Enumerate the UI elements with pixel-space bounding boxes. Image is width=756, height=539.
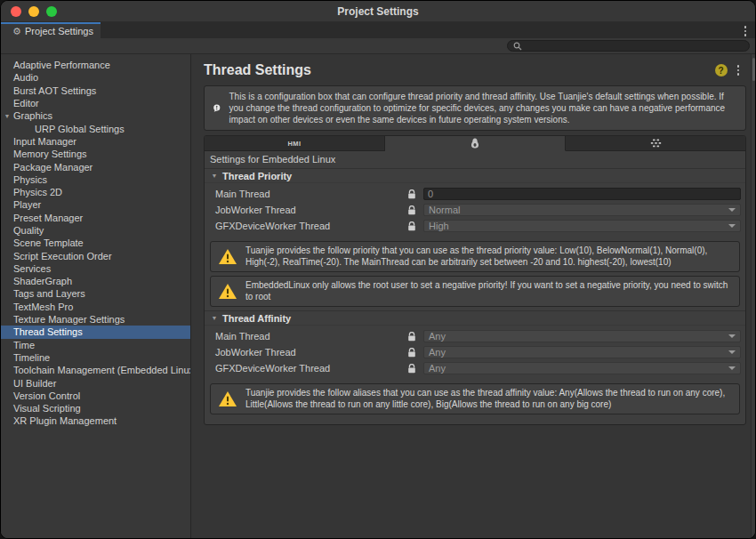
sidebar-item-burst-aot-settings[interactable]: Burst AOT Settings: [1, 84, 190, 97]
row-label: GFXDeviceWorker Thread: [215, 221, 407, 231]
sidebar-item-input-manager[interactable]: Input Manager: [1, 135, 190, 148]
sidebar-item-xr-plugin-management[interactable]: XR Plugin Management: [1, 414, 190, 427]
sidebar-item-textmesh-pro[interactable]: TextMesh Pro: [1, 301, 190, 313]
dropdown[interactable]: Normal: [423, 204, 741, 216]
sidebar-item-quality[interactable]: Quality: [1, 224, 190, 237]
sidebar-item-label: Timeline: [13, 352, 50, 363]
sidebar-item-audio[interactable]: Audio: [1, 71, 190, 84]
sidebar-item-adaptive-performance[interactable]: Adaptive Performance: [1, 59, 190, 71]
sidebar-item-label: Package Manager: [13, 162, 92, 173]
window-title: Project Settings: [1, 5, 755, 18]
page-header: Thread Settings ?: [191, 54, 751, 84]
sidebar-item-label: Player: [13, 199, 41, 210]
control-value: Normal: [429, 205, 728, 215]
lock-icon: [407, 189, 423, 199]
zoom-window-button[interactable]: [46, 6, 57, 17]
sidebar-item-label: TextMesh Pro: [13, 302, 73, 312]
scrollbar-thumb[interactable]: [752, 58, 755, 81]
content-area: Adaptive PerformanceAudioBurst AOT Setti…: [1, 54, 755, 538]
text-field[interactable]: 0: [423, 188, 741, 200]
tabbar-menu-icon[interactable]: [740, 24, 752, 38]
titlebar[interactable]: Project Settings: [1, 1, 755, 22]
sidebar-item-timeline[interactable]: Timeline: [1, 351, 190, 364]
sections-host: ▼Thread PriorityMain Thread0JobWorker Th…: [205, 168, 745, 414]
sidebar-item-label: Thread Settings: [13, 326, 83, 337]
warning-icon: [218, 248, 237, 265]
row-label: GFXDeviceWorker Thread: [215, 363, 407, 374]
control-value: Any: [429, 363, 728, 374]
close-window-button[interactable]: [11, 6, 21, 17]
row-label: JobWorker Thread: [215, 205, 407, 215]
sidebar-item-label: Toolchain Management (Embedded Linux): [13, 365, 190, 375]
help-icon[interactable]: ?: [715, 64, 728, 76]
sidebar-item-services[interactable]: Services: [1, 262, 190, 275]
sidebar-item-label: Tags and Layers: [13, 288, 85, 299]
sidebar-item-editor[interactable]: Editor: [1, 97, 190, 109]
warning-icon: [218, 283, 237, 300]
sidebar-item-physics[interactable]: Physics: [1, 173, 190, 186]
sidebar-item-package-manager[interactable]: Package Manager: [1, 160, 190, 173]
sidebar-item-toolchain-management-embedded-linux[interactable]: Toolchain Management (Embedded Linux): [1, 364, 190, 376]
sidebar-item-label: Script Execution Order: [13, 251, 112, 261]
tab-qnx[interactable]: [566, 136, 745, 151]
lock-icon: [407, 364, 423, 374]
tab-hmi[interactable]: HMI: [205, 136, 385, 151]
dropdown[interactable]: Any: [423, 346, 741, 358]
sidebar-item-scene-template[interactable]: Scene Template: [1, 237, 190, 249]
traffic-lights: [11, 6, 57, 17]
sidebar-item-label: Time: [13, 340, 35, 350]
section-header-thread-affinity[interactable]: ▼Thread Affinity: [205, 310, 745, 326]
sidebar-item-visual-scripting[interactable]: Visual Scripting: [1, 402, 190, 414]
control-value: 0: [428, 189, 736, 199]
sidebar-item-label: Memory Settings: [13, 149, 87, 159]
sidebar-item-graphics[interactable]: ▼Graphics: [1, 109, 190, 122]
qnx-dots-icon: [650, 139, 662, 149]
info-box: This is a configuration box that can con…: [204, 85, 746, 131]
tab-project-settings[interactable]: ⚙ Project Settings: [1, 22, 101, 38]
foldout-icon[interactable]: ▼: [208, 173, 221, 179]
scrollbar[interactable]: [751, 54, 755, 538]
tab-embedded-linux[interactable]: [385, 136, 566, 151]
sidebar-item-label: Services: [13, 263, 51, 274]
foldout-icon[interactable]: ▼: [208, 315, 221, 321]
sidebar-item-version-control[interactable]: Version Control: [1, 390, 190, 402]
control-value: Any: [429, 331, 728, 342]
section-title: Thread Priority: [222, 171, 292, 181]
sidebar-item-label: Adaptive Performance: [13, 60, 110, 70]
page-menu-icon[interactable]: [733, 63, 744, 77]
sidebar-item-script-execution-order[interactable]: Script Execution Order: [1, 249, 190, 261]
chevron-down-icon: [728, 366, 736, 370]
dropdown[interactable]: Any: [423, 362, 741, 374]
embedded-linux-penguin-icon: [470, 138, 480, 149]
sidebar-item-time[interactable]: Time: [1, 339, 190, 351]
foldout-icon[interactable]: ▼: [1, 113, 13, 119]
search-input[interactable]: [526, 41, 744, 51]
sidebar-item-memory-settings[interactable]: Memory Settings: [1, 148, 190, 160]
sidebar-item-player[interactable]: Player: [1, 198, 190, 211]
editor-tabbar: ⚙ Project Settings: [1, 22, 755, 38]
sidebar-item-label: ShaderGraph: [13, 276, 72, 286]
warning-text: EmbeddedLinux only allows the root user …: [245, 280, 732, 302]
row-label: Main Thread: [215, 331, 407, 342]
sidebar-item-texture-manager-settings[interactable]: Texture Manager Settings: [1, 313, 190, 326]
sidebar-item-label: Quality: [13, 225, 44, 236]
minimize-window-button[interactable]: [28, 6, 39, 17]
sidebar-item-label: Visual Scripting: [13, 403, 81, 414]
section-header-thread-priority[interactable]: ▼Thread Priority: [205, 168, 745, 183]
sidebar-item-ui-builder[interactable]: UI Builder: [1, 376, 190, 389]
sidebar-item-label: Burst AOT Settings: [13, 85, 96, 96]
sidebar-item-urp-global-settings[interactable]: URP Global Settings: [1, 122, 190, 134]
sidebar-item-tags-and-layers[interactable]: Tags and Layers: [1, 287, 190, 300]
sidebar-item-preset-manager[interactable]: Preset Manager: [1, 212, 190, 224]
sidebar-item-thread-settings[interactable]: Thread Settings: [1, 326, 190, 338]
platform-label: Settings for Embedded Linux: [205, 151, 745, 167]
chevron-down-icon: [728, 224, 736, 228]
thread-row-main-thread: Main Thread0: [205, 186, 745, 202]
dropdown[interactable]: High: [423, 220, 741, 232]
dropdown[interactable]: Any: [423, 330, 741, 342]
search-field[interactable]: [507, 40, 750, 52]
thread-settings-panel: Thread Settings ? This is a configuratio…: [191, 54, 751, 538]
sidebar-item-physics-2d[interactable]: Physics 2D: [1, 186, 190, 198]
sidebar-item-shadergraph[interactable]: ShaderGraph: [1, 275, 190, 287]
sidebar-item-label: Texture Manager Settings: [13, 314, 125, 325]
